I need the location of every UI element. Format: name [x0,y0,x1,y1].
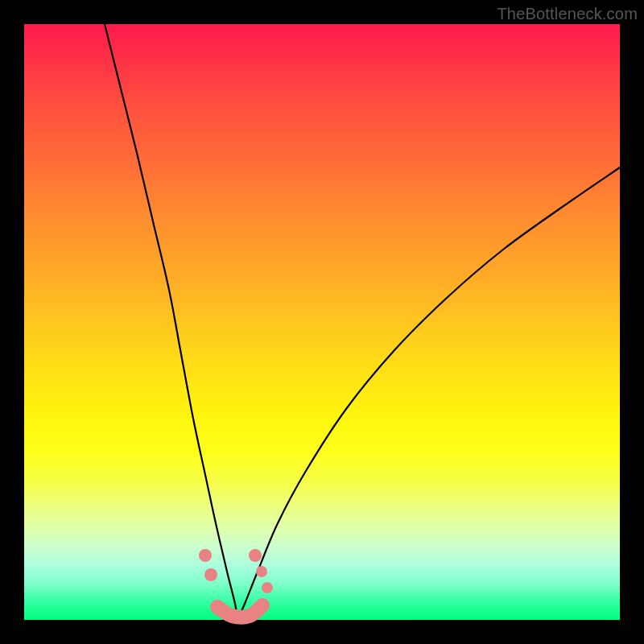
watermark-text: TheBottleneck.com [497,5,638,23]
right-branch-path [237,167,620,620]
left-branch-path [105,24,237,620]
thick-min-segment [217,605,262,617]
marker-dot [256,566,267,577]
chart-root: TheBottleneck.com [0,0,644,644]
marker-dot [204,568,217,581]
curve-svg [24,24,620,620]
marker-dot [249,549,262,562]
marker-group [199,549,273,593]
marker-dot [199,549,212,562]
marker-dot [262,582,273,593]
